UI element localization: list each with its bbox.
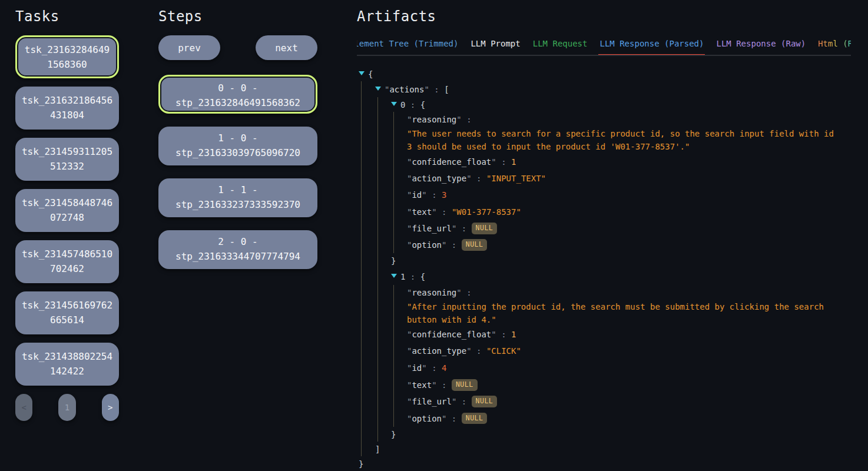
- json-row: "option" : NULL: [357, 237, 851, 253]
- collapse-arrow-icon[interactable]: [391, 102, 397, 106]
- step-item[interactable]: 2 - 0 -stp_231633344707774794: [158, 230, 317, 269]
- tab-llm-request[interactable]: LLM Request: [532, 35, 589, 56]
- json-token: text: [412, 380, 432, 390]
- json-token: file_url: [412, 397, 451, 406]
- steps-title: Steps: [158, 8, 317, 25]
- indent-guide: [361, 237, 362, 253]
- task-item[interactable]: tsk_231438802254142422: [15, 343, 119, 386]
- indent-guide: [377, 220, 378, 237]
- step-list: 0 - 0 -stp_2316328464915683621 - 0 -stp_…: [158, 75, 317, 269]
- json-token: option: [412, 414, 442, 423]
- pagination-page-button[interactable]: 1: [58, 394, 75, 421]
- json-token: 1: [511, 157, 516, 167]
- collapse-arrow-icon[interactable]: [375, 87, 381, 91]
- json-token: " :: [456, 115, 471, 124]
- json-row: 1 : {: [357, 268, 851, 285]
- indent-guide: [361, 203, 362, 220]
- indent-guide: [377, 285, 378, 300]
- tab-llm-response-parsed[interactable]: LLM Response (Parsed): [598, 35, 705, 56]
- json-token: 1: [511, 330, 516, 339]
- indent-guide: [393, 393, 394, 410]
- indent-guide: [377, 326, 378, 343]
- json-tree[interactable]: {"actions" : [0 : {"reasoning" :"The use…: [357, 67, 851, 471]
- json-row: "After inputting the product id, the sea…: [357, 300, 851, 313]
- indent-guide: [361, 268, 362, 285]
- indent-guide: [361, 442, 362, 456]
- indent-guide: [377, 237, 378, 253]
- json-token: "The user needs to search for a specific…: [407, 129, 834, 138]
- json-token: 1: [400, 272, 405, 281]
- json-token: ": [407, 240, 412, 250]
- indent-guide: [377, 97, 378, 112]
- json-row: "action_type" : "CLICK": [357, 343, 851, 359]
- task-item[interactable]: tsk_231459311205512332: [15, 138, 119, 181]
- task-list: tsk_231632846491568360tsk_23163218645643…: [15, 35, 119, 386]
- indent-guide: [361, 140, 362, 153]
- json-token: ": [407, 346, 412, 356]
- json-token: 3: [442, 190, 446, 200]
- task-item-line1: tsk_23163284649: [25, 44, 110, 55]
- indent-guide: [377, 187, 378, 203]
- task-item-line1: tsk_231457486510: [22, 248, 112, 260]
- indent-guide: [377, 127, 378, 140]
- task-item-line2: 512332: [50, 161, 84, 172]
- null-badge: NULL: [462, 239, 488, 251]
- json-token: " :: [456, 288, 471, 297]
- indent-guide: [393, 285, 394, 300]
- prev-step-button[interactable]: prev: [158, 35, 220, 60]
- pagination-next-button[interactable]: >: [102, 394, 119, 421]
- steps-panel: Steps prev next 0 - 0 -stp_2316328464915…: [158, 0, 317, 282]
- task-item[interactable]: tsk_231456169762665614: [15, 291, 119, 334]
- task-item[interactable]: tsk_231458448746072748: [15, 189, 119, 232]
- json-token: }: [391, 256, 396, 266]
- tab-html-raw[interactable]: Html (Raw): [817, 35, 851, 56]
- null-badge: NULL: [462, 413, 488, 424]
- json-token: " :: [452, 397, 472, 406]
- json-token: [: [444, 85, 449, 94]
- json-row: 3 should be used to input the product id…: [357, 140, 851, 153]
- tab-element-tree-trimmed[interactable]: Element Tree (Trimmed): [357, 35, 459, 56]
- task-item-line1: tsk_231456169762: [22, 300, 112, 311]
- artifacts-panel: Artifacts Element Tree (Trimmed)LLM Prom…: [357, 0, 851, 471]
- json-token: reasoning: [412, 288, 456, 297]
- steps-nav: prev next: [158, 35, 317, 60]
- task-item-line2: 072748: [50, 212, 84, 223]
- indent-guide: [393, 127, 394, 140]
- collapse-arrow-icon[interactable]: [391, 274, 397, 278]
- indent-guide: [361, 253, 362, 268]
- indent-guide: [393, 237, 394, 253]
- indent-guide: [393, 203, 394, 220]
- json-token: ": [407, 207, 412, 217]
- json-token: " :: [491, 330, 511, 339]
- json-token: " :: [442, 240, 462, 250]
- json-token: id: [412, 190, 422, 200]
- step-item-active[interactable]: 0 - 0 -stp_231632846491568362: [158, 75, 317, 114]
- task-item[interactable]: tsk_231457486510702462: [15, 240, 119, 283]
- tab-llm-response-raw[interactable]: LLM Response (Raw): [715, 35, 807, 56]
- collapse-arrow-icon[interactable]: [359, 71, 365, 75]
- json-token: option: [412, 240, 442, 250]
- step-item[interactable]: 1 - 0 -stp_231633039765096720: [158, 127, 317, 165]
- task-item-line1: tsk_231438802254: [22, 351, 112, 362]
- indent-guide: [361, 410, 362, 427]
- next-step-button[interactable]: next: [256, 35, 317, 60]
- json-token: 3 should be used to input the product id…: [407, 142, 690, 151]
- tab-llm-prompt[interactable]: LLM Prompt: [469, 35, 521, 56]
- step-item[interactable]: 1 - 1 -stp_231633237333592370: [158, 178, 317, 217]
- json-row: }: [357, 427, 851, 442]
- json-token: {: [420, 100, 425, 110]
- indent-guide: [377, 359, 378, 377]
- task-item-active[interactable]: tsk_231632846491568360: [15, 35, 119, 78]
- json-row: "reasoning" :: [357, 285, 851, 300]
- pagination-prev-button[interactable]: <: [15, 394, 32, 421]
- null-badge: NULL: [472, 223, 498, 234]
- json-token: {: [368, 69, 373, 79]
- indent-guide: [377, 268, 378, 285]
- task-item[interactable]: tsk_231632186456431804: [15, 87, 119, 130]
- json-token: "W01-377-8537": [452, 207, 521, 217]
- json-token: confidence_float: [412, 157, 491, 167]
- json-token: {: [420, 272, 425, 281]
- json-row: "file_url" : NULL: [357, 393, 851, 410]
- json-token: button with id 4.": [407, 315, 496, 324]
- indent-guide: [393, 326, 394, 343]
